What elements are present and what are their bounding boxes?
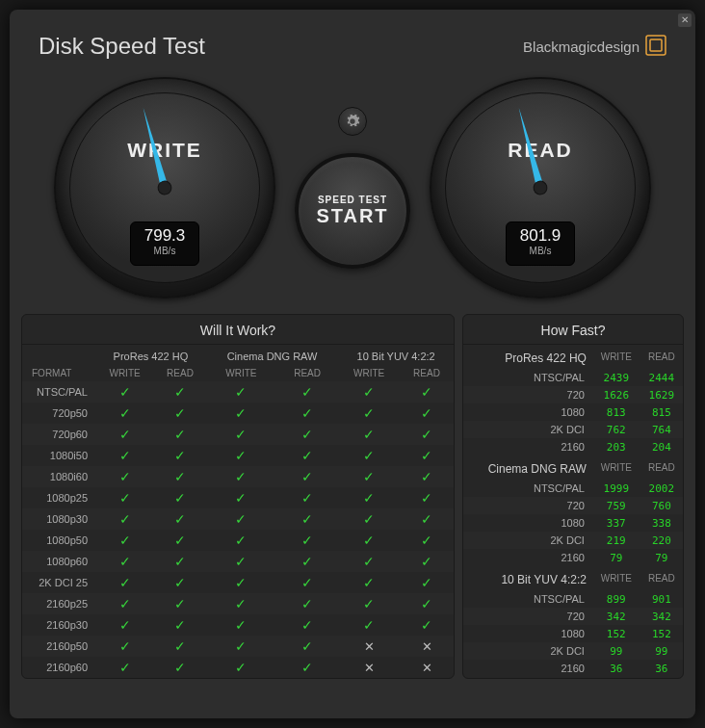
check-icon: ✓ xyxy=(363,554,375,569)
fast-read-val: 342 xyxy=(640,608,683,625)
gear-icon xyxy=(345,114,360,129)
will-it-work-panel: Will It Work? ProRes 422 HQCinema DNG RA… xyxy=(21,314,455,679)
brand-text: Blackmagicdesign xyxy=(523,39,640,55)
cross-icon: ✕ xyxy=(364,661,375,675)
result-cell: ✓ xyxy=(154,466,206,487)
fast-read-val: 99 xyxy=(640,642,683,660)
format-label: 2K DCI 25 xyxy=(22,572,95,593)
fast-read-val: 152 xyxy=(640,625,683,642)
format-label: 1080p25 xyxy=(22,487,95,508)
col-write: WRITE xyxy=(95,365,154,381)
result-cell: ✓ xyxy=(154,614,206,636)
check-icon: ✓ xyxy=(235,533,247,548)
fast-read-val: 1629 xyxy=(640,386,683,403)
result-cell: ✓ xyxy=(276,551,338,572)
result-cell: ✓ xyxy=(95,593,154,614)
check-icon: ✓ xyxy=(119,554,131,569)
format-header: FORMAT xyxy=(22,365,95,381)
fast-write-val: 79 xyxy=(592,549,640,566)
result-cell: ✓ xyxy=(276,466,338,487)
start-big-text: START xyxy=(316,205,388,227)
fast-write-val: 152 xyxy=(592,625,640,642)
check-icon: ✓ xyxy=(174,384,186,400)
col-write: WRITE xyxy=(592,455,640,480)
result-cell: ✓ xyxy=(95,381,154,403)
result-cell: ✓ xyxy=(206,636,276,657)
result-cell: ✓ xyxy=(206,551,276,572)
check-icon: ✓ xyxy=(174,596,186,611)
close-button[interactable]: ✕ xyxy=(678,13,692,27)
col-read: READ xyxy=(400,365,454,381)
check-icon: ✓ xyxy=(119,427,131,442)
result-cell: ✓ xyxy=(95,403,154,424)
check-icon: ✓ xyxy=(363,384,375,400)
cross-icon: ✕ xyxy=(364,639,375,654)
check-icon: ✓ xyxy=(421,575,432,590)
result-cell: ✓ xyxy=(95,530,154,551)
check-icon: ✓ xyxy=(235,384,247,400)
col-write: WRITE xyxy=(592,345,640,369)
check-icon: ✓ xyxy=(119,384,131,400)
fast-write-val: 813 xyxy=(592,403,640,421)
check-icon: ✓ xyxy=(174,533,186,548)
result-cell: ✓ xyxy=(95,487,154,508)
check-icon: ✓ xyxy=(421,511,432,527)
check-icon: ✓ xyxy=(119,575,131,590)
result-cell: ✓ xyxy=(400,381,454,403)
result-cell: ✓ xyxy=(338,614,400,636)
col-read: READ xyxy=(276,365,338,381)
format-label: 2160p60 xyxy=(22,657,95,678)
check-icon: ✓ xyxy=(421,384,432,400)
format-label: 1080i60 xyxy=(22,466,95,487)
fast-section-header: Cinema DNG RAW xyxy=(463,455,592,480)
format-label: NTSC/PAL xyxy=(22,381,95,403)
gauges-row: WRITE 799.3 MB/s SPEED TEST START xyxy=(10,69,695,314)
codec-header: Cinema DNG RAW xyxy=(206,345,338,365)
check-icon: ✓ xyxy=(174,511,186,527)
will-table: ProRes 422 HQCinema DNG RAW10 Bit YUV 4:… xyxy=(22,345,454,678)
check-icon: ✓ xyxy=(301,448,313,463)
fast-res: NTSC/PAL xyxy=(463,480,592,497)
result-cell: ✓ xyxy=(154,424,206,445)
check-icon: ✓ xyxy=(301,427,313,442)
fast-write-val: 36 xyxy=(592,660,640,677)
svg-marker-12 xyxy=(140,106,169,189)
fast-read-val: 79 xyxy=(640,549,683,566)
col-write: WRITE xyxy=(338,365,400,381)
format-label: 1080p60 xyxy=(22,551,95,572)
start-button[interactable]: SPEED TEST START xyxy=(295,153,410,269)
col-read: READ xyxy=(640,566,683,590)
check-icon: ✓ xyxy=(174,490,186,506)
fast-res: 2160 xyxy=(463,438,592,455)
fast-read-val: 338 xyxy=(640,514,683,532)
center-controls: SPEED TEST START xyxy=(295,107,410,269)
fast-res: 2K DCI xyxy=(463,642,592,660)
result-cell: ✓ xyxy=(400,487,454,508)
fast-write-val: 762 xyxy=(592,421,640,438)
result-cell: ✓ xyxy=(276,593,338,614)
result-cell: ✓ xyxy=(95,657,154,678)
fast-write-val: 99 xyxy=(592,642,640,660)
result-cell: ✓ xyxy=(400,530,454,551)
fast-section-header: ProRes 422 HQ xyxy=(463,345,592,369)
result-cell: ✓ xyxy=(276,614,338,636)
format-label: 1080p30 xyxy=(22,508,95,530)
fast-res: 2K DCI xyxy=(463,532,592,549)
format-label: 2160p25 xyxy=(22,593,95,614)
fast-res: 2K DCI xyxy=(463,421,592,438)
result-cell: ✕ xyxy=(400,657,454,678)
fast-read-val: 764 xyxy=(640,421,683,438)
check-icon: ✓ xyxy=(301,533,313,548)
settings-button[interactable] xyxy=(338,107,367,136)
fast-res: 1080 xyxy=(463,625,592,642)
result-cell: ✓ xyxy=(338,508,400,530)
fast-res: 1080 xyxy=(463,514,592,532)
result-cell: ✓ xyxy=(276,572,338,593)
check-icon: ✓ xyxy=(301,384,313,400)
result-cell: ✓ xyxy=(206,614,276,636)
result-cell: ✕ xyxy=(338,657,400,678)
result-cell: ✓ xyxy=(400,403,454,424)
write-value: 799.3 xyxy=(131,226,198,246)
result-cell: ✓ xyxy=(154,636,206,657)
result-cell: ✓ xyxy=(276,657,338,678)
